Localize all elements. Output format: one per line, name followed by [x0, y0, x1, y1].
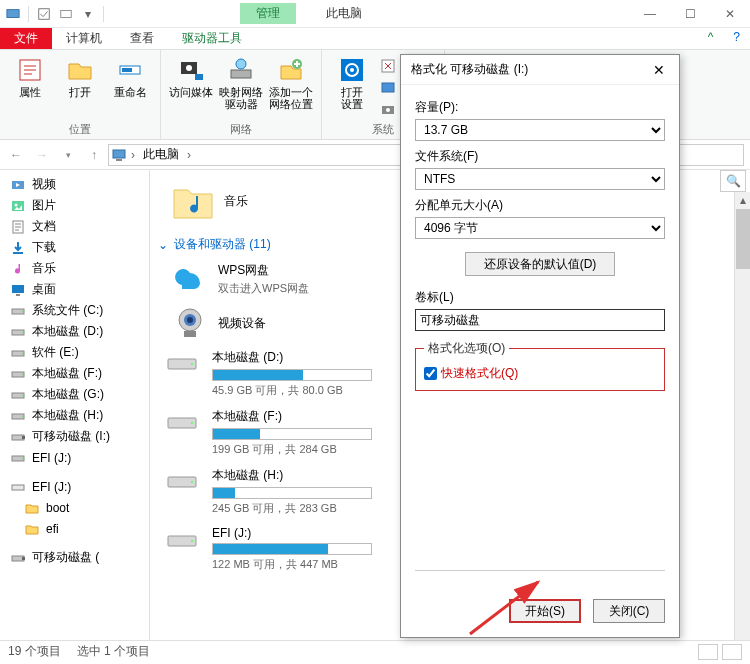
- restore-defaults-button[interactable]: 还原设备的默认值(D): [465, 252, 615, 276]
- drive-icon: [10, 345, 26, 361]
- up-button[interactable]: ↑: [84, 145, 104, 165]
- start-button[interactable]: 开始(S): [509, 599, 581, 623]
- svg-point-57: [191, 481, 193, 483]
- tab-drive-tools[interactable]: 驱动器工具: [168, 28, 256, 49]
- vertical-scrollbar[interactable]: ▴: [734, 192, 750, 640]
- sidebar-item[interactable]: EFI (J:): [0, 476, 149, 497]
- format-options-label: 格式化选项(O): [424, 340, 509, 357]
- sidebar-item[interactable]: 文档: [0, 216, 149, 237]
- svg-point-36: [21, 373, 23, 375]
- format-options-group: 格式化选项(O) 快速格式化(Q): [415, 340, 665, 391]
- svg-rect-5: [122, 68, 132, 72]
- recent-dropdown[interactable]: ▾: [58, 145, 78, 165]
- qat-icon-1[interactable]: [37, 7, 51, 21]
- maximize-button[interactable]: ☐: [670, 0, 710, 28]
- sidebar-item[interactable]: 本地磁盘 (D:): [0, 321, 149, 342]
- format-dialog: 格式化 可移动磁盘 (I:) ✕ 容量(P): 13.7 GB 文件系统(F) …: [400, 54, 680, 638]
- add-network-location-button[interactable]: 添加一个 网络位置: [269, 54, 313, 122]
- this-pc-icon: [111, 147, 127, 163]
- cloud-icon: [172, 261, 208, 297]
- svg-rect-28: [16, 294, 20, 296]
- folder-icon: [24, 521, 40, 537]
- sidebar-item[interactable]: 系统文件 (C:): [0, 300, 149, 321]
- allocation-label: 分配单元大小(A): [415, 197, 665, 214]
- sidebar-item[interactable]: 视频: [0, 174, 149, 195]
- svg-point-59: [191, 540, 193, 542]
- access-media-button[interactable]: 访问媒体: [169, 54, 213, 122]
- sidebar-item-label: 软件 (E:): [32, 344, 79, 361]
- allocation-select[interactable]: 4096 字节: [415, 217, 665, 239]
- svg-rect-51: [184, 331, 196, 337]
- sidebar-item[interactable]: 本地磁盘 (H:): [0, 405, 149, 426]
- sidebar-item-label: 系统文件 (C:): [32, 302, 103, 319]
- chevron-right-icon[interactable]: ›: [131, 148, 135, 162]
- qat-icon-2[interactable]: [59, 7, 73, 21]
- minimize-button[interactable]: —: [630, 0, 670, 28]
- svg-rect-42: [22, 436, 25, 439]
- svg-point-7: [186, 65, 192, 71]
- sidebar-item[interactable]: 可移动磁盘 (I:): [0, 426, 149, 447]
- group-location-label: 位置: [8, 122, 152, 139]
- dialog-close-button[interactable]: ✕: [649, 62, 669, 78]
- map-drive-button[interactable]: 映射网络 驱动器: [219, 54, 263, 122]
- tab-computer[interactable]: 计算机: [52, 28, 116, 49]
- sidebar-item[interactable]: 图片: [0, 195, 149, 216]
- open-button[interactable]: 打开: [58, 54, 102, 122]
- back-button[interactable]: ←: [6, 145, 26, 165]
- svg-point-55: [191, 422, 193, 424]
- sidebar-item[interactable]: boot: [0, 497, 149, 518]
- properties-button[interactable]: 属性: [8, 54, 52, 122]
- qat-dropdown-icon[interactable]: ▾: [81, 7, 95, 21]
- sidebar-item[interactable]: 可移动磁盘 (: [0, 547, 149, 568]
- svg-rect-1: [39, 8, 50, 19]
- sidebar-item-label: 本地磁盘 (G:): [32, 386, 104, 403]
- quick-format-checkbox[interactable]: 快速格式化(Q): [424, 365, 656, 382]
- view-details-button[interactable]: [698, 644, 718, 660]
- sidebar-item-label: 音乐: [32, 260, 56, 277]
- sidebar-item[interactable]: 软件 (E:): [0, 342, 149, 363]
- open-settings-button[interactable]: 打开 设置: [330, 54, 374, 122]
- sidebar-item[interactable]: efi: [0, 518, 149, 539]
- ribbon-collapse-icon[interactable]: ^: [698, 28, 724, 49]
- drive-icon: [10, 450, 26, 466]
- tab-view[interactable]: 查看: [116, 28, 168, 49]
- sidebar-item-label: 本地磁盘 (H:): [32, 407, 103, 424]
- sidebar-item[interactable]: 音乐: [0, 258, 149, 279]
- status-selected-count: 选中 1 个项目: [77, 643, 150, 660]
- sidebar-item-label: 本地磁盘 (D:): [32, 323, 103, 340]
- sidebar-item[interactable]: 本地磁盘 (G:): [0, 384, 149, 405]
- dialog-title: 格式化 可移动磁盘 (I:): [411, 61, 649, 78]
- scroll-up-icon[interactable]: ▴: [735, 192, 750, 208]
- quick-format-input[interactable]: [424, 367, 437, 380]
- sidebar-item[interactable]: 本地磁盘 (F:): [0, 363, 149, 384]
- svg-point-32: [21, 331, 23, 333]
- sidebar-item[interactable]: EFI (J:): [0, 447, 149, 468]
- scroll-thumb[interactable]: [736, 209, 750, 269]
- video-icon: [10, 177, 26, 193]
- close-button[interactable]: 关闭(C): [593, 599, 665, 623]
- svg-point-44: [21, 457, 23, 459]
- filesystem-select[interactable]: NTFS: [415, 168, 665, 190]
- sidebar-item-label: 文档: [32, 218, 56, 235]
- drive-usage-bar: [212, 369, 372, 381]
- volume-label-input[interactable]: [415, 309, 665, 331]
- sidebar-item[interactable]: 桌面: [0, 279, 149, 300]
- drive-icon: [10, 408, 26, 424]
- capacity-select[interactable]: 13.7 GB: [415, 119, 665, 141]
- sidebar-item-label: boot: [46, 501, 69, 515]
- rename-button[interactable]: 重命名: [108, 54, 152, 122]
- drive-icon: [166, 414, 198, 432]
- sidebar-item-label: 桌面: [32, 281, 56, 298]
- view-icons-button[interactable]: [722, 644, 742, 660]
- svg-point-38: [21, 394, 23, 396]
- filesystem-label: 文件系统(F): [415, 148, 665, 165]
- sidebar-item[interactable]: 下载: [0, 237, 149, 258]
- chevron-right-icon[interactable]: ›: [187, 148, 191, 162]
- svg-rect-47: [22, 557, 25, 560]
- close-button[interactable]: ✕: [710, 0, 750, 28]
- help-icon[interactable]: ?: [723, 28, 750, 49]
- forward-button[interactable]: →: [32, 145, 52, 165]
- tab-file[interactable]: 文件: [0, 28, 52, 49]
- music-folder-icon: [172, 180, 214, 222]
- breadcrumb-this-pc[interactable]: 此电脑: [139, 146, 183, 163]
